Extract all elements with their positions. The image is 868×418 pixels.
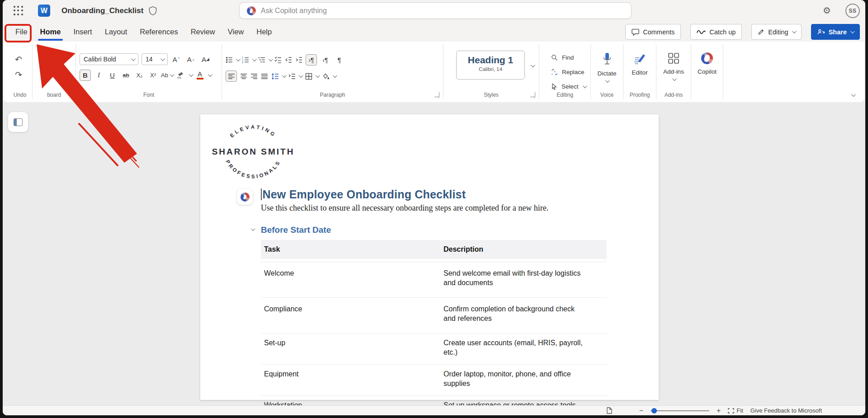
line-spacing-icon[interactable] <box>271 73 279 80</box>
find-button[interactable]: Find <box>551 52 586 62</box>
strikethrough-button[interactable]: ab <box>120 70 132 81</box>
copilot-search-input[interactable] <box>261 7 550 15</box>
description-cell[interactable]: Order laptop, monitor, phone, and office… <box>440 365 607 395</box>
checklist-icon[interactable] <box>274 56 282 64</box>
numbered-list-icon[interactable]: 1 2 3 <box>242 56 250 64</box>
zoom-slider-handle[interactable] <box>651 408 657 413</box>
table-row[interactable]: Compliance Confirm completion of backgro… <box>261 297 607 333</box>
font-size-combobox[interactable]: 14 <box>142 53 168 65</box>
font-color-button[interactable]: A <box>194 70 206 81</box>
table-header-task[interactable]: Task <box>261 240 440 259</box>
copilot-margin-button[interactable] <box>237 189 253 205</box>
align-right-icon[interactable] <box>250 73 258 80</box>
task-cell[interactable]: Equipment <box>261 365 440 395</box>
chevron-down-icon[interactable] <box>333 73 337 78</box>
decrease-indent-icon[interactable] <box>285 56 292 64</box>
editing-mode-button[interactable]: Editing <box>751 24 801 40</box>
tab-home[interactable]: Home <box>39 27 62 37</box>
description-cell[interactable]: Confirm completion of background check a… <box>440 298 607 333</box>
undo-button[interactable]: ↶ <box>15 54 22 65</box>
justify-icon[interactable] <box>261 73 268 80</box>
subscript-button[interactable]: X₂ <box>134 70 145 81</box>
tab-insert[interactable]: Insert <box>72 27 93 37</box>
collapse-section-chevron[interactable] <box>251 226 255 231</box>
zoom-in-button[interactable]: + <box>717 407 721 415</box>
bold-button[interactable]: B <box>80 70 91 81</box>
task-cell[interactable]: Welcome <box>261 262 440 297</box>
give-feedback-link[interactable]: Give Feedback to Microsoft <box>750 407 822 414</box>
align-center-icon[interactable] <box>240 73 247 80</box>
tab-file[interactable]: File <box>14 27 28 37</box>
tab-references[interactable]: References <box>139 27 179 37</box>
onboarding-table[interactable]: Task Description Welcome Send welcome em… <box>261 240 607 415</box>
multilevel-list-icon[interactable] <box>258 56 266 64</box>
chevron-down-icon[interactable] <box>252 57 257 61</box>
show-paragraph-marks-button[interactable]: ¶ <box>334 54 345 66</box>
underline-button[interactable]: U <box>107 70 118 81</box>
protection-shield-icon[interactable] <box>148 6 157 18</box>
change-case-button[interactable]: Ab <box>161 70 173 81</box>
task-cell[interactable]: Compliance <box>261 298 440 333</box>
copilot-search-bar[interactable] <box>239 2 632 19</box>
comments-button[interactable]: Comments <box>625 24 681 40</box>
section-heading[interactable]: Before Start Date <box>261 225 611 235</box>
bullet-list-icon[interactable] <box>226 56 233 64</box>
catch-up-button[interactable]: Catch up <box>690 24 742 40</box>
zoom-out-button[interactable]: − <box>639 407 643 415</box>
tab-view[interactable]: View <box>227 27 245 37</box>
dictate-button[interactable]: Dictate <box>591 44 623 99</box>
addins-button[interactable]: Add-ins <box>656 44 691 99</box>
chevron-down-icon[interactable] <box>208 72 212 77</box>
grow-font-button[interactable]: A⌃ <box>171 54 182 65</box>
document-page[interactable]: ELEVATING SHARON SMITH PROFESSIONALS New… <box>200 114 659 400</box>
description-cell[interactable]: Send welcome email with first-day logist… <box>440 262 607 297</box>
tab-layout[interactable]: Layout <box>104 27 128 37</box>
redo-button[interactable]: ↷ <box>15 70 22 80</box>
style-gallery-expand-chevron[interactable] <box>531 63 535 67</box>
right-to-left-paragraph-button[interactable]: ‹¶ <box>320 54 331 66</box>
italic-button[interactable]: I <box>93 70 104 81</box>
table-header-description[interactable]: Description <box>440 240 607 259</box>
chevron-down-icon[interactable] <box>236 57 241 61</box>
paragraph-dialog-launcher[interactable] <box>434 92 439 97</box>
settings-gear-icon[interactable]: ⚙ <box>823 5 831 16</box>
replace-button[interactable]: b c Replace <box>551 67 586 77</box>
page-icon[interactable] <box>607 407 612 414</box>
chevron-down-icon[interactable] <box>282 73 287 78</box>
table-row[interactable]: Set-up Create user accounts (email, HRIS… <box>261 333 607 364</box>
align-left-button[interactable] <box>226 70 237 82</box>
fit-to-page-button[interactable]: Fit <box>728 407 743 414</box>
copilot-button[interactable]: Copilot <box>691 44 723 99</box>
style-gallery-current[interactable]: Heading 1 Calibri, 14 <box>456 51 525 80</box>
account-avatar[interactable]: SS <box>845 4 860 18</box>
superscript-button[interactable]: X² <box>147 70 159 81</box>
tab-help[interactable]: Help <box>255 27 273 37</box>
clear-formatting-button[interactable]: A◢ <box>200 54 211 65</box>
collapse-ribbon-chevron[interactable] <box>851 92 856 97</box>
zoom-slider[interactable] <box>651 410 709 411</box>
chevron-down-icon[interactable] <box>299 73 303 78</box>
document-heading[interactable]: New Employee Onboarding Checklist <box>261 188 611 201</box>
styles-dialog-launcher[interactable] <box>530 92 535 97</box>
indent-options-icon[interactable] <box>288 73 296 80</box>
document-intro-text[interactable]: Use this checklist to ensure all necessa… <box>261 203 611 213</box>
company-logo[interactable]: ELEVATING SHARON SMITH PROFESSIONALS <box>210 118 296 188</box>
borders-icon[interactable] <box>305 73 312 80</box>
description-cell[interactable]: Create user accounts (email, HRIS, payro… <box>440 333 607 364</box>
left-to-right-paragraph-button[interactable]: ›¶ <box>306 54 317 66</box>
shading-bucket-icon[interactable] <box>322 73 330 80</box>
chevron-down-icon[interactable] <box>316 73 320 78</box>
table-row[interactable]: Welcome Send welcome email with first-da… <box>261 262 607 297</box>
chevron-down-icon[interactable] <box>189 72 193 77</box>
tab-review[interactable]: Review <box>190 27 216 37</box>
app-launcher-icon[interactable] <box>14 6 24 16</box>
document-title[interactable]: Onboarding_Checklist <box>61 6 143 15</box>
task-cell[interactable]: Set-up <box>261 333 440 364</box>
select-button[interactable]: Select <box>551 81 586 91</box>
table-row[interactable]: Equipment Order laptop, monitor, phone, … <box>261 364 607 395</box>
font-name-combobox[interactable]: Calibri Bold <box>80 53 138 65</box>
highlight-color-button[interactable] <box>175 70 187 81</box>
editor-button[interactable]: Editor <box>623 44 656 99</box>
chevron-down-icon[interactable] <box>269 57 273 61</box>
shrink-font-button[interactable]: A⌄ <box>185 54 197 65</box>
